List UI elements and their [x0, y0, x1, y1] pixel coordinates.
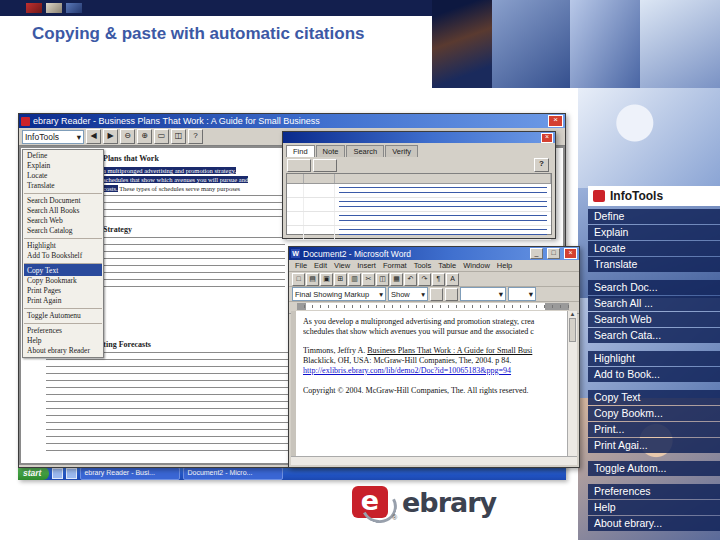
- infotools-menu-item[interactable]: Translate: [588, 257, 720, 272]
- context-menu-item[interactable]: Add To Bookshelf: [24, 251, 102, 261]
- popup-tab[interactable]: Note: [316, 145, 346, 157]
- table-row[interactable]: [287, 184, 551, 198]
- style-dropdown[interactable]: ▾: [460, 287, 506, 301]
- menu-item[interactable]: Table: [435, 261, 459, 270]
- menu-item[interactable]: Help: [494, 261, 515, 270]
- word-toolbar-icon[interactable]: ↶: [404, 273, 417, 286]
- close-icon[interactable]: ×: [564, 248, 577, 259]
- context-menu-item[interactable]: Copy Text: [24, 263, 102, 276]
- context-menu-item[interactable]: Explain: [24, 161, 102, 171]
- infotools-menu-item[interactable]: Search Cata...: [588, 328, 720, 343]
- close-icon[interactable]: ×: [548, 115, 563, 127]
- vertical-scrollbar[interactable]: ▲: [567, 311, 577, 457]
- word-toolbar-icon[interactable]: ▤: [306, 273, 319, 286]
- help-icon[interactable]: ?: [534, 158, 549, 172]
- context-menu-item[interactable]: Copy Bookmark: [24, 276, 102, 286]
- infotools-menu-item[interactable]: Copy Text: [588, 390, 720, 405]
- menu-item[interactable]: Tools: [411, 261, 435, 270]
- word-toolbar-icon[interactable]: A: [446, 273, 459, 286]
- infotools-menu-item[interactable]: Help: [588, 500, 720, 515]
- context-menu-item[interactable]: About ebrary Reader: [24, 346, 102, 356]
- horizontal-scrollbar[interactable]: [291, 456, 577, 465]
- table-row[interactable]: [287, 198, 551, 212]
- infotools-menu-item[interactable]: About ebrary...: [588, 516, 720, 531]
- word-toolbar-icon[interactable]: ◫: [376, 273, 389, 286]
- menu-item[interactable]: Window: [460, 261, 493, 270]
- context-menu-item[interactable]: Print Pages: [24, 286, 102, 296]
- show-dropdown[interactable]: Show ▾: [388, 287, 428, 301]
- context-menu-item[interactable]: Toggle Automenu: [24, 308, 102, 321]
- review-toolbar-icon[interactable]: [430, 288, 443, 301]
- reader-title-bar[interactable]: ebrary Reader - Business Plans That Work…: [19, 114, 565, 128]
- reader-toolbar-icon[interactable]: ⊖: [120, 129, 135, 144]
- word-toolbar-icon[interactable]: ✂: [362, 273, 375, 286]
- context-menu-item[interactable]: Define: [24, 151, 102, 161]
- reader-toolbar-icon[interactable]: ?: [188, 129, 203, 144]
- reader-toolbar-icon[interactable]: ◫: [171, 129, 186, 144]
- context-menu-item[interactable]: Search All Books: [24, 206, 102, 216]
- citation-url-link[interactable]: http://exlibris.ebrary.com/lib/demo2/Doc…: [303, 366, 566, 376]
- context-menu-item[interactable]: Help: [24, 336, 102, 346]
- context-menu-item[interactable]: Translate: [24, 181, 102, 191]
- minimize-icon[interactable]: _: [530, 248, 543, 259]
- word-toolbar-icon[interactable]: ▥: [348, 273, 361, 286]
- context-menu-item[interactable]: Print Again: [24, 296, 102, 306]
- infotools-menu-item[interactable]: Preferences: [588, 484, 720, 499]
- infotools-menu-item[interactable]: Add to Book...: [588, 367, 720, 382]
- taskbar-task-button[interactable]: ebrary Reader - Busi...: [80, 467, 180, 480]
- context-menu-item[interactable]: Preferences: [24, 323, 102, 336]
- taskbar-task-button[interactable]: Document2 - Micro...: [183, 467, 283, 480]
- infotools-menu-item[interactable]: Highlight: [588, 351, 720, 366]
- menu-item[interactable]: Edit: [311, 261, 330, 270]
- popup-tab[interactable]: Find: [286, 145, 315, 157]
- word-toolbar-icon[interactable]: ⊞: [334, 273, 347, 286]
- infotools-menu-item[interactable]: Search All ...: [588, 296, 720, 311]
- zoom-dropdown[interactable]: ▾: [508, 287, 536, 301]
- popup-tab[interactable]: Search: [346, 145, 384, 157]
- table-row[interactable]: [287, 226, 551, 240]
- infotools-menu-item[interactable]: Toggle Autom...: [588, 461, 720, 476]
- word-document[interactable]: As you develop a multipronged advertisin…: [296, 311, 568, 457]
- context-menu-item[interactable]: Search Document: [24, 193, 102, 206]
- start-button[interactable]: start: [18, 467, 49, 480]
- popup-button[interactable]: [313, 159, 337, 172]
- reader-toolbar-icon[interactable]: ▭: [154, 129, 169, 144]
- infotools-menu-item[interactable]: Search Web: [588, 312, 720, 327]
- word-toolbar-icon[interactable]: □: [292, 273, 305, 286]
- close-icon[interactable]: ×: [541, 133, 553, 143]
- maximize-icon[interactable]: □: [547, 248, 560, 259]
- popup-tab[interactable]: Verify: [385, 145, 418, 157]
- menu-item[interactable]: Insert: [354, 261, 379, 270]
- table-row[interactable]: [287, 212, 551, 226]
- infotools-dropdown[interactable]: InfoTools ▾: [22, 130, 84, 144]
- infotools-menu-item[interactable]: Search Doc...: [588, 280, 720, 295]
- text-line[interactable]: schedules that show which avenues you wi…: [103, 175, 289, 184]
- reader-toolbar-icon[interactable]: ▶: [103, 129, 118, 144]
- reader-toolbar-icon[interactable]: ⊕: [137, 129, 152, 144]
- infotools-menu-item[interactable]: Explain: [588, 225, 720, 240]
- word-toolbar-icon[interactable]: ▦: [390, 273, 403, 286]
- quick-launch-icon[interactable]: [52, 468, 63, 479]
- infotools-menu-item[interactable]: Print Agai...: [588, 438, 720, 453]
- context-menu-item[interactable]: Locate: [24, 171, 102, 181]
- menu-item[interactable]: File: [292, 261, 310, 270]
- text-line[interactable]: costs. These types of schedules serve ma…: [103, 184, 289, 193]
- word-toolbar-icon[interactable]: ¶: [432, 273, 445, 286]
- reader-toolbar-icon[interactable]: ◀: [86, 129, 101, 144]
- infotools-menu-item[interactable]: Copy Bookm...: [588, 406, 720, 421]
- review-toolbar-icon[interactable]: [445, 288, 458, 301]
- infotools-menu-item[interactable]: Define: [588, 209, 720, 224]
- text-line[interactable]: a multipronged advertising and promotion…: [103, 166, 289, 175]
- word-title-bar[interactable]: W Document2 - Microsoft Word _ □ ×: [289, 247, 579, 260]
- infotools-menu-item[interactable]: Print...: [588, 422, 720, 437]
- menu-item[interactable]: Format: [380, 261, 410, 270]
- context-menu-item[interactable]: Highlight: [24, 238, 102, 251]
- word-toolbar-icon[interactable]: ↷: [418, 273, 431, 286]
- markup-view-dropdown[interactable]: Final Showing Markup ▾: [292, 287, 386, 301]
- infotools-menu-item[interactable]: Locate: [588, 241, 720, 256]
- menu-item[interactable]: View: [331, 261, 353, 270]
- quick-launch-icon[interactable]: [66, 468, 77, 479]
- popup-title-bar[interactable]: ×: [283, 132, 555, 143]
- context-menu-item[interactable]: Search Catalog: [24, 226, 102, 236]
- popup-button[interactable]: [287, 159, 311, 172]
